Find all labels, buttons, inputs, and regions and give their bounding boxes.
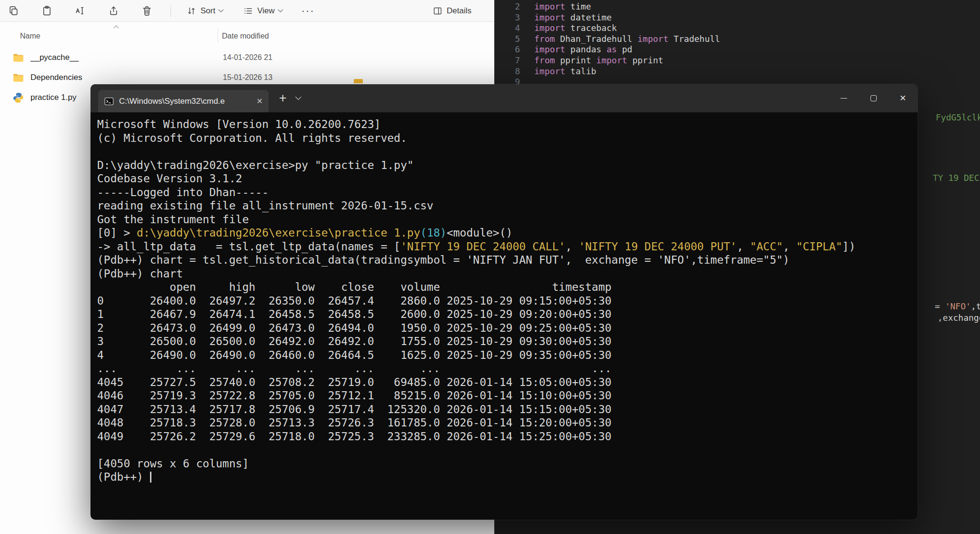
text-segment: 'NFO' <box>945 301 971 311</box>
terminal-line: -> all_ltp_data = tsl.get_ltp_data(names… <box>97 240 911 254</box>
text-segment: Codebase Version 3.1.2 <box>97 172 242 185</box>
terminal-line: (c) Microsoft Corporation. All rights re… <box>97 131 911 145</box>
text-segment: = <box>935 301 945 311</box>
details-label: Details <box>447 6 471 16</box>
terminal-line: D:\yaddy\trading2026\exercise>py "practi… <box>97 158 911 172</box>
text-segment: datetime <box>565 12 612 22</box>
folder-icon <box>12 72 24 84</box>
code-text: from Dhan_Tradehull import Tradehull <box>534 34 720 45</box>
view-button[interactable]: View <box>237 2 288 20</box>
chevron-down-icon <box>278 7 283 12</box>
text-segment: 'NIFTY 19 DEC 24000 CALL' <box>400 240 565 253</box>
text-segment: , <box>737 240 750 253</box>
tab-dropdown-button[interactable] <box>296 95 300 102</box>
copy-icon <box>8 5 20 17</box>
more-options-button[interactable]: ··· <box>297 2 320 20</box>
text-segment: import <box>534 66 565 76</box>
text-segment: (Pdb++) <box>97 471 150 483</box>
terminal-line: -----Logged into Dhan----- <box>97 186 911 199</box>
terminal-line: 3 26500.0 26500.0 26492.0 26492.0 1755.0… <box>97 335 911 348</box>
text-segment: -----Logged into Dhan----- <box>97 186 269 198</box>
text-segment: [4050 rows x 6 columns] <box>97 457 249 470</box>
text-segment: import <box>638 34 669 44</box>
text-segment: (c) Microsoft Corporation. All rights re… <box>97 132 407 144</box>
cmd-icon <box>104 96 114 107</box>
terminal-line: 1 26467.9 26474.1 26458.5 26458.5 2600.0… <box>97 307 911 321</box>
file-name: Dependencies <box>30 73 223 82</box>
terminal-line: [0] > d:\yaddy\trading2026\exercise\prac… <box>97 226 911 240</box>
line-number: 5 <box>494 34 520 45</box>
editor-line: 4import traceback <box>494 23 980 34</box>
text-segment: ,time <box>971 301 980 311</box>
text-segment: time <box>565 1 591 11</box>
tab-close-button[interactable]: ✕ <box>257 97 263 106</box>
sort-button[interactable]: Sort <box>180 2 229 20</box>
obscured-folder-icon-fragment <box>354 79 363 83</box>
clipped-code-fragment: = 'NFO',time <box>935 301 980 312</box>
close-button[interactable]: ✕ <box>888 84 918 112</box>
details-toggle-button[interactable]: Details <box>427 2 477 20</box>
clipped-code-fragment: ,exchange <box>938 313 980 323</box>
text-segment: 4049 25726.2 25729.6 25718.0 25725.3 233… <box>97 430 611 443</box>
text-segment: , <box>783 240 796 253</box>
text-segment: Microsoft Windows [Version 10.0.26200.76… <box>97 118 380 130</box>
chevron-down-icon <box>219 7 224 12</box>
text-segment: 'NIFTY 19 DEC 24000 PUT' <box>579 240 737 253</box>
text-segment: Got the instrument file <box>97 213 249 226</box>
code-text: import pandas as pd <box>534 44 632 55</box>
copy-button[interactable] <box>3 2 24 20</box>
text-segment: "ACC" <box>750 240 783 253</box>
terminal-line: 4045 25727.5 25740.0 25708.2 25719.0 694… <box>97 376 911 389</box>
maximize-button[interactable] <box>859 84 888 112</box>
text-segment: 2 26473.0 26499.0 26473.0 26494.0 1950.0… <box>97 322 611 334</box>
terminal-cursor <box>150 472 151 483</box>
new-tab-button[interactable]: + <box>279 92 287 105</box>
code-text: import talib <box>534 66 596 77</box>
text-segment: (Pdb++) chart = tsl.get_historical_data(… <box>97 254 790 266</box>
editor-line: 6import pandas as pd <box>494 44 980 55</box>
text-segment: as <box>607 44 617 54</box>
text-segment: Tradehull <box>669 34 720 44</box>
terminal-content[interactable]: Microsoft Windows [Version 10.0.26200.76… <box>90 112 918 489</box>
column-header-date-modified[interactable]: Date modified <box>222 32 269 40</box>
file-name: __pycache__ <box>30 53 223 62</box>
column-divider[interactable] <box>218 28 218 42</box>
text-segment: open high low close volume timestamp <box>97 281 611 293</box>
minimize-button[interactable] <box>829 84 859 112</box>
text-segment: 4046 25719.3 25722.8 25705.0 25712.1 852… <box>97 389 611 402</box>
text-segment: 3 26500.0 26500.0 26492.0 26492.0 1755.0… <box>97 335 611 347</box>
terminal-line: 4 26490.0 26490.0 26460.0 26464.5 1625.0… <box>97 348 911 362</box>
text-segment: import <box>596 55 627 65</box>
terminal-line: 4048 25718.3 25728.0 25713.3 25726.3 161… <box>97 416 911 430</box>
delete-button[interactable] <box>136 2 157 20</box>
text-segment: Dhan_Tradehull <box>555 34 637 44</box>
terminal-tab-title: C:\Windows\System32\cmd.e <box>119 97 253 106</box>
terminal-titlebar[interactable]: C:\Windows\System32\cmd.e ✕ + ✕ <box>90 84 918 112</box>
code-text: from pprint import pprint <box>534 55 663 66</box>
text-segment: talib <box>565 66 596 76</box>
text-segment: d:\yaddy\trading2026\exercise\practice 1… <box>137 227 420 239</box>
terminal-line: (Pdb++) chart <box>97 267 911 281</box>
text-segment: from <box>534 34 555 44</box>
terminal-line: Codebase Version 3.1.2 <box>97 172 911 186</box>
terminal-line: Got the instrument file <box>97 213 911 227</box>
editor-line: 2import time <box>494 1 980 12</box>
text-segment: FydG5lclkIjo <box>936 112 980 122</box>
share-button[interactable] <box>103 2 124 20</box>
text-segment: pprint <box>555 55 596 65</box>
terminal-line: (Pdb++) <box>97 470 911 484</box>
share-icon <box>108 5 120 17</box>
text-segment: ]) <box>842 240 856 253</box>
maximize-icon <box>870 95 877 101</box>
rename-button[interactable] <box>70 2 90 20</box>
terminal-tab[interactable]: C:\Windows\System32\cmd.e ✕ <box>98 90 269 112</box>
column-header-name[interactable]: Name <box>20 32 40 40</box>
editor-code-area[interactable]: 2import time3import datetime4import trac… <box>494 0 980 88</box>
paste-button[interactable] <box>36 2 57 20</box>
text-segment: 1 26467.9 26474.1 26458.5 26458.5 2600.0… <box>97 308 611 320</box>
text-segment: ... ... ... ... ... ... ... <box>97 362 611 375</box>
text-segment: (Pdb++) chart <box>97 267 183 280</box>
explorer-toolbar: Sort View ··· Details <box>0 0 494 22</box>
sort-ascending-icon <box>113 25 119 30</box>
file-row[interactable]: __pycache__14-01-2026 21 <box>0 48 494 68</box>
